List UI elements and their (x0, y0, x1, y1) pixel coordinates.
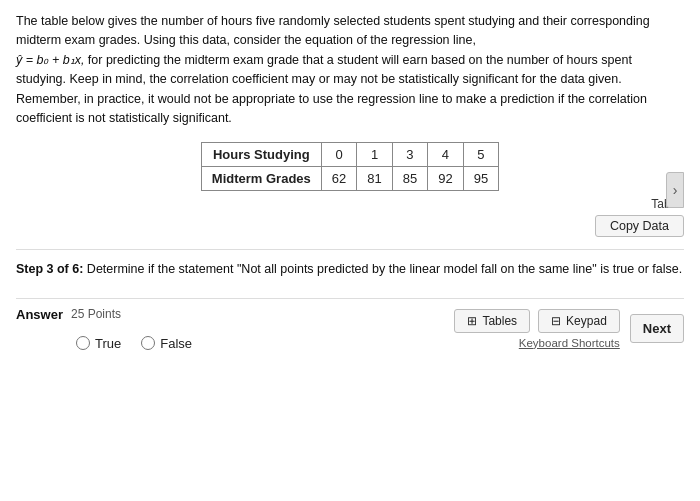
grades-col2: 81 (357, 167, 392, 191)
step-description: Step 3 of 6: Determine if the statement … (16, 249, 684, 279)
radio-true-label[interactable]: True (76, 336, 121, 351)
data-table-wrapper: Hours Studying 0 1 3 4 5 Midterm Grades … (16, 142, 684, 191)
answer-label-row: Answer 25 Points (16, 307, 192, 322)
keyboard-shortcuts-link[interactable]: Keyboard Shortcuts (519, 337, 620, 349)
answer-label-text: Answer (16, 307, 63, 322)
col-header-grades: Midterm Grades (201, 167, 321, 191)
description-line1: The table below gives the number of hour… (16, 14, 650, 47)
grades-col3: 85 (392, 167, 427, 191)
hours-col1: 0 (321, 143, 356, 167)
tables-button[interactable]: ⊞ Tables (454, 309, 530, 333)
tables-icon: ⊞ (467, 314, 477, 328)
table-section: Hours Studying 0 1 3 4 5 Midterm Grades … (16, 142, 684, 237)
next-button[interactable]: Next (630, 314, 684, 343)
tool-buttons-row: ⊞ Tables ⊟ Keypad (454, 309, 619, 333)
grades-col5: 95 (463, 167, 498, 191)
points-label: 25 Points (71, 307, 121, 321)
radio-false-label[interactable]: False (141, 336, 192, 351)
radio-true[interactable] (76, 336, 90, 350)
hours-col3: 3 (392, 143, 427, 167)
grades-col4: 92 (428, 167, 463, 191)
step-text: Determine if the statement "Not all poin… (87, 262, 682, 276)
description-text: The table below gives the number of hour… (16, 12, 684, 128)
hours-col4: 4 (428, 143, 463, 167)
hours-col5: 5 (463, 143, 498, 167)
step-number: Step 3 of 6: (16, 262, 83, 276)
keypad-icon: ⊟ (551, 314, 561, 328)
tables-label: Tables (482, 314, 517, 328)
col-header-hours: Hours Studying (201, 143, 321, 167)
answer-section: Answer 25 Points True False (16, 307, 192, 351)
keypad-button[interactable]: ⊟ Keypad (538, 309, 620, 333)
radio-true-text: True (95, 336, 121, 351)
chevron-right-icon[interactable]: › (666, 172, 684, 208)
table-label: Table (16, 197, 684, 211)
bottom-bar: Answer 25 Points True False ⊞ T (16, 298, 684, 351)
radio-group: True False (76, 336, 192, 351)
copy-data-area: Copy Data (16, 215, 684, 237)
data-table: Hours Studying 0 1 3 4 5 Midterm Grades … (201, 142, 499, 191)
hours-col2: 1 (357, 143, 392, 167)
radio-false-text: False (160, 336, 192, 351)
grades-col1: 62 (321, 167, 356, 191)
keypad-label: Keypad (566, 314, 607, 328)
description-line2: for predicting the midterm exam grade th… (16, 53, 647, 125)
right-buttons: ⊞ Tables ⊟ Keypad Keyboard Shortcuts (454, 309, 619, 349)
copy-data-button[interactable]: Copy Data (595, 215, 684, 237)
equation: ŷ = b₀ + b₁x, (16, 53, 84, 67)
radio-false[interactable] (141, 336, 155, 350)
